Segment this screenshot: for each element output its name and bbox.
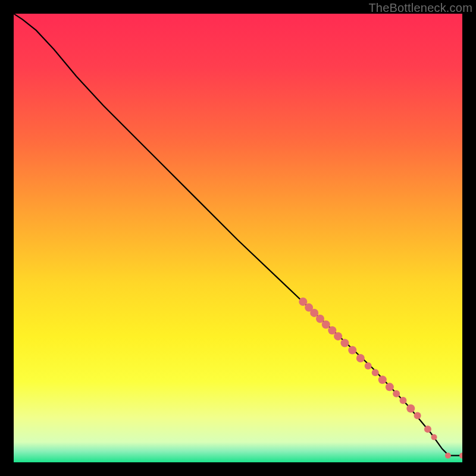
data-marker <box>378 375 387 384</box>
data-marker <box>348 346 356 355</box>
chart-stage: TheBottleneck.com <box>0 0 476 476</box>
data-marker <box>322 321 330 329</box>
data-marker <box>386 383 394 391</box>
chart-plot <box>14 14 462 462</box>
data-marker <box>414 412 421 419</box>
data-marker <box>393 390 400 397</box>
data-marker <box>340 339 349 347</box>
data-marker <box>372 369 379 376</box>
data-marker <box>445 453 451 459</box>
watermark-text: TheBottleneck.com <box>368 1 472 15</box>
data-marker <box>431 434 437 440</box>
data-marker <box>406 405 415 413</box>
data-marker <box>334 332 342 340</box>
data-marker <box>399 397 406 404</box>
data-marker <box>365 362 372 369</box>
data-marker <box>356 354 365 362</box>
chart-frame <box>14 14 462 462</box>
data-marker <box>424 425 431 433</box>
